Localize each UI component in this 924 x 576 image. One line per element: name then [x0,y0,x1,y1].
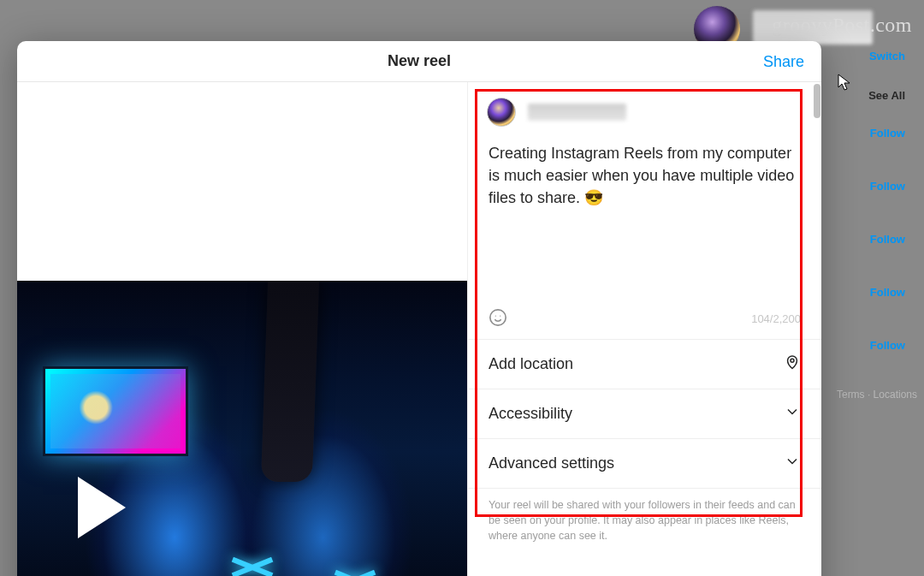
follow-link[interactable]: Follow [870,127,905,140]
light-cross-graphic [231,546,274,576]
page-root: Switch See All Follow Follow Follow Foll… [0,0,924,576]
dialog-body: Creating Instagram Reels from my compute… [17,82,821,576]
play-button[interactable] [58,469,135,546]
video-preview-pane [17,82,467,576]
accessibility-row[interactable]: Accessibility [468,389,821,439]
accessibility-label: Accessibility [489,405,572,423]
smiley-icon [489,308,507,327]
share-disclaimer: Your reel will be shared with your follo… [468,489,821,557]
share-button[interactable]: Share [763,41,804,82]
play-icon [78,477,126,538]
new-reel-dialog: New reel Share [17,41,821,576]
video-thumbnail[interactable] [17,281,467,576]
dialog-header: New reel Share [17,41,821,82]
follow-link[interactable]: Follow [870,180,905,193]
emoji-picker-button[interactable] [489,308,509,329]
add-location-row[interactable]: Add location [468,340,821,389]
caption-footer: 104/2,200 [468,305,821,340]
caption-textarea[interactable]: Creating Instagram Reels from my compute… [468,134,821,305]
advanced-settings-label: Advanced settings [489,454,614,472]
stage-screen-graphic [43,366,188,456]
stage-object-graphic [261,281,319,482]
scrollbar-thumb[interactable] [814,84,820,118]
username-blurred [528,104,626,121]
svg-point-2 [500,316,500,317]
character-count: 104/2,200 [751,312,801,325]
follow-link[interactable]: Follow [870,286,905,299]
svg-point-1 [495,316,496,317]
svg-point-0 [490,310,506,325]
switch-account-link[interactable]: Switch [869,50,905,62]
light-cross-graphic [334,559,376,576]
avatar [487,98,516,127]
follow-link[interactable]: Follow [870,233,905,246]
advanced-settings-row[interactable]: Advanced settings [468,439,821,489]
footer-links[interactable]: Terms · Locations [837,389,917,401]
chevron-down-icon [784,453,801,474]
add-location-label: Add location [489,355,573,373]
location-pin-icon [784,353,801,375]
author-row [468,82,821,134]
chevron-down-icon [784,403,801,425]
username-blurred [753,10,873,45]
compose-panel: Creating Instagram Reels from my compute… [467,82,821,576]
dialog-title: New reel [388,52,451,70]
see-all-link[interactable]: See All [868,89,905,102]
svg-point-3 [791,359,794,362]
follow-link[interactable]: Follow [870,339,905,352]
